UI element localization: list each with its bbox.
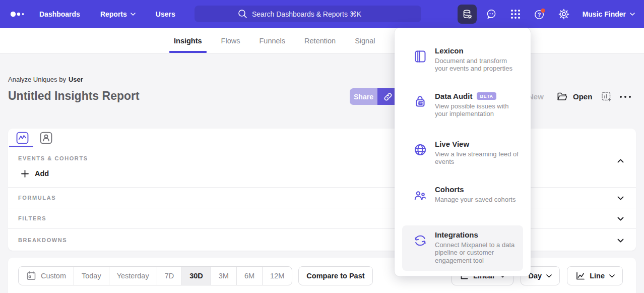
integrations-sync-icon: [413, 233, 427, 248]
top-navbar: Dashboards Reports Users: [0, 0, 644, 28]
section-label: FILTERS: [18, 215, 46, 221]
range-yesterday[interactable]: Yesterday: [109, 267, 157, 285]
nav-item-reports[interactable]: Reports: [100, 10, 136, 18]
help-button[interactable]: ?: [530, 5, 549, 24]
report-subtitle: Analyze Uniques byUser: [8, 76, 83, 83]
range-30d[interactable]: 30D: [182, 267, 211, 285]
segment-label: Today: [82, 272, 101, 280]
export-chart-icon: [601, 91, 613, 103]
chevron-down-icon: [630, 13, 635, 16]
help-icon: ?: [533, 8, 546, 21]
share-button-group: Share: [350, 88, 398, 105]
lexicon-book-icon: [413, 49, 427, 64]
menu-item-desc: Connect Mixpanel to a data pipeline or c…: [435, 241, 519, 264]
cohorts-people-icon: [413, 188, 427, 202]
nav-item-dashboards[interactable]: Dashboards: [39, 10, 80, 18]
nav-item-users[interactable]: Users: [156, 10, 175, 18]
menu-item-desc: Manage your saved cohorts: [435, 196, 516, 203]
compare-to-past-button[interactable]: Compare to Past: [298, 266, 372, 285]
range-7d[interactable]: 7D: [157, 267, 182, 285]
builder-tabs: [8, 129, 636, 147]
menu-item-desc: Document and transform your events and p…: [435, 57, 519, 73]
person-tab-icon: [40, 132, 52, 144]
chevron-down-icon: [617, 196, 624, 200]
chat-bubble-icon: [485, 8, 497, 20]
segment-label: Yesterday: [117, 272, 149, 280]
range-6m[interactable]: 6M: [237, 267, 263, 285]
feedback-button[interactable]: [482, 5, 501, 24]
range-today[interactable]: Today: [74, 267, 109, 285]
project-switcher[interactable]: Music Finder: [583, 10, 635, 18]
add-to-dashboard-button[interactable]: [601, 88, 613, 105]
nav-label: Reports: [100, 10, 127, 18]
folder-icon: [556, 91, 568, 102]
menu-item-text: Integrations Connect Mixpanel to a data …: [435, 230, 519, 266]
search-icon: [238, 9, 247, 19]
range-custom[interactable]: Custom: [19, 267, 74, 285]
primary-nav: Dashboards Reports Users: [39, 10, 175, 18]
events-cohorts-section: EVENTS & COHORTS Add: [8, 147, 636, 187]
section-label: EVENTS & COHORTS: [18, 155, 88, 161]
settings-button[interactable]: [554, 5, 573, 24]
more-options-button[interactable]: [619, 88, 632, 105]
chevron-down-icon: [609, 274, 615, 278]
expand-section-button[interactable]: [617, 214, 624, 223]
section-label: FORMULAS: [18, 195, 56, 201]
search-input[interactable]: [252, 10, 378, 18]
interval-label: Day: [529, 272, 542, 280]
menu-item-title: Data Audit: [435, 92, 472, 100]
add-event-button[interactable]: Add: [21, 169, 49, 178]
global-search[interactable]: [195, 6, 421, 22]
tab-insights[interactable]: Insights: [174, 28, 202, 53]
filters-section[interactable]: FILTERS: [8, 208, 636, 228]
menu-item-text: Data Audit BETA View possible issues wit…: [435, 92, 519, 130]
database-gear-icon: [461, 8, 473, 20]
menu-item-integrations[interactable]: Integrations Connect Mixpanel to a data …: [402, 225, 523, 271]
metrics-tab[interactable]: [16, 132, 29, 144]
subtitle-metric[interactable]: User: [69, 76, 83, 83]
chart-type-dropdown[interactable]: Line: [567, 266, 623, 285]
tab-flows[interactable]: Flows: [221, 28, 240, 53]
project-name: Music Finder: [583, 10, 626, 18]
topnav-right-icons: ? Music Finder: [458, 0, 635, 28]
tab-retention[interactable]: Retention: [304, 28, 336, 53]
expand-section-button[interactable]: [617, 193, 624, 202]
menu-item-lexicon[interactable]: Lexicon Document and transform your even…: [402, 41, 523, 87]
open-report-button[interactable]: Open: [556, 88, 592, 105]
subtitle-prefix: Analyze Uniques by: [8, 76, 66, 83]
breakdowns-section[interactable]: BREAKDOWNS: [8, 228, 636, 251]
share-button[interactable]: Share: [350, 88, 377, 105]
chevron-down-icon: [131, 13, 136, 16]
report-type-tabs: Insights Flows Funnels Retention Signal …: [0, 28, 644, 53]
apps-grid-button[interactable]: [506, 5, 525, 24]
query-builder-panel: EVENTS & COHORTS Add FORMULAS FILTERS BR…: [8, 129, 636, 251]
tab-signal[interactable]: Signal: [355, 28, 375, 53]
tab-funnels[interactable]: Funnels: [259, 28, 285, 53]
mixpanel-logo-icon[interactable]: [10, 11, 27, 18]
calendar-icon: [26, 271, 36, 281]
range-3m[interactable]: 3M: [211, 267, 237, 285]
menu-item-title: Cohorts: [435, 185, 464, 194]
menu-item-title: Live View: [435, 140, 469, 148]
menu-item-desc: View possible issues with your implement…: [435, 102, 519, 118]
users-tab[interactable]: [40, 132, 52, 144]
expand-section-button[interactable]: [617, 236, 624, 245]
segment-label: 30D: [189, 272, 203, 280]
chevron-down-icon: [617, 217, 624, 221]
report-title[interactable]: Untitled Insights Report: [8, 89, 140, 103]
chevron-down-icon: [617, 239, 624, 243]
menu-item-live-view[interactable]: Live View View a live streaming feed of …: [402, 135, 523, 180]
formulas-section[interactable]: FORMULAS: [8, 187, 636, 208]
segment-label: 12M: [270, 272, 284, 280]
menu-item-text: Cohorts Manage your saved cohorts: [435, 185, 516, 220]
menu-item-desc: View a live streaming feed of events: [435, 150, 519, 166]
grid-icon: [510, 9, 521, 20]
range-12m[interactable]: 12M: [263, 267, 292, 285]
collapse-section-button[interactable]: [617, 156, 624, 165]
data-management-button[interactable]: [458, 5, 477, 24]
chart-type-label: Line: [590, 272, 605, 280]
notification-dot: [541, 9, 545, 13]
menu-item-data-audit[interactable]: Data Audit BETA View possible issues wit…: [402, 87, 523, 135]
segment-label: 6M: [244, 272, 254, 280]
menu-item-cohorts[interactable]: Cohorts Manage your saved cohorts: [402, 180, 523, 225]
